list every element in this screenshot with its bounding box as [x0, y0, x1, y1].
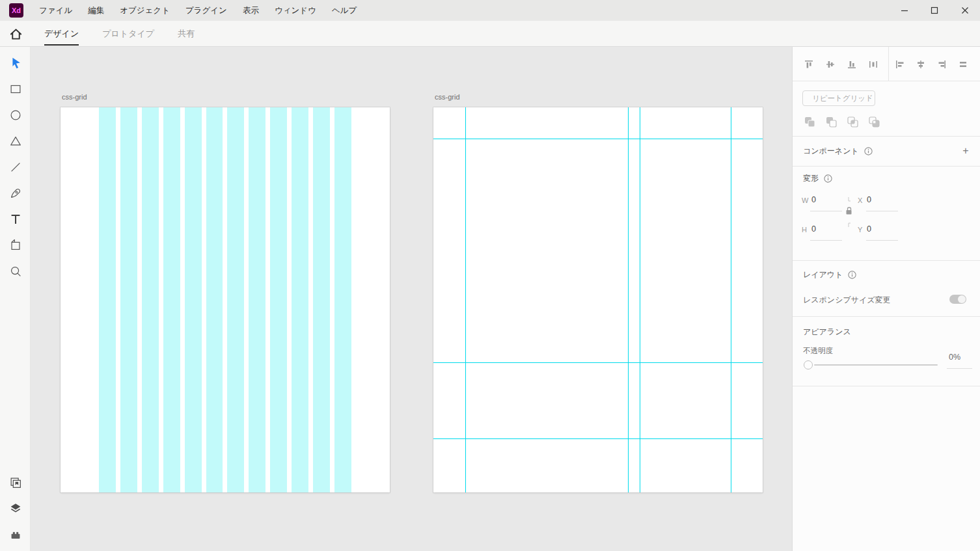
repeat-grid-button[interactable]: リピートグリッド [802, 90, 875, 106]
home-button[interactable] [8, 26, 24, 42]
horizontal-guide-line [433, 139, 763, 139]
x-field-underline [866, 211, 898, 211]
align-right-button[interactable] [934, 57, 949, 72]
minimize-button[interactable] [890, 0, 919, 21]
close-button[interactable] [950, 0, 980, 21]
layers-panel-button[interactable] [8, 501, 23, 517]
y-field[interactable]: 0 [867, 224, 871, 234]
info-icon[interactable] [848, 271, 856, 279]
artboard-2[interactable] [433, 107, 763, 492]
align-left-button[interactable] [893, 57, 907, 72]
vertical-guide-line [640, 107, 640, 492]
maximize-button[interactable] [919, 0, 949, 21]
lock-aspect-button[interactable] [845, 197, 854, 227]
height-field[interactable]: 0 [811, 224, 816, 234]
opacity-slider-track[interactable] [814, 364, 938, 366]
ellipse-tool[interactable] [8, 107, 23, 123]
select-tool[interactable] [8, 55, 23, 71]
menu-edit[interactable]: 編集 [88, 5, 104, 16]
menu-object[interactable]: オブジェクト [120, 5, 170, 16]
triangle-icon [8, 134, 23, 148]
boolean-exclude-button[interactable] [867, 114, 881, 129]
zoom-tool[interactable] [8, 263, 23, 279]
home-icon [9, 27, 23, 41]
grid-column-guide [99, 107, 116, 492]
opacity-value-field[interactable]: 0% [949, 353, 960, 362]
repeat-grid-label: リピートグリッド [812, 94, 873, 103]
width-field[interactable]: 0 [811, 195, 816, 204]
intersect-shape-icon [847, 116, 859, 128]
grid-column-guide [227, 107, 244, 492]
artboard-1-label[interactable]: css-grid [62, 93, 87, 101]
plugins-panel-button[interactable] [8, 527, 23, 543]
distribute-horizontal-button[interactable] [866, 57, 880, 72]
distribute-vertical-button[interactable] [956, 57, 970, 72]
layout-section-header: レイアウト [803, 269, 856, 280]
distribute-horizontal-icon [868, 59, 878, 70]
menu-window[interactable]: ウィンドウ [275, 5, 316, 16]
grid-column-guide [249, 107, 265, 492]
responsive-resize-toggle[interactable] [949, 295, 966, 304]
vertical-guide-line [465, 107, 466, 492]
menu-file[interactable]: ファイル [39, 5, 72, 16]
grid-column-guide [142, 107, 159, 492]
responsive-resize-label: レスポンシブサイズ変更 [803, 295, 891, 306]
inspector-panel: リピートグリッド コンポーネント [792, 47, 980, 551]
info-icon[interactable] [864, 147, 873, 155]
pen-tool[interactable] [8, 185, 23, 201]
info-icon[interactable] [824, 174, 832, 183]
grid-column-guide [120, 107, 137, 492]
transform-section-header: 変形 [803, 173, 832, 184]
align-middle-button[interactable] [823, 57, 837, 72]
y-field-underline [866, 240, 898, 241]
artboard-tool[interactable] [8, 237, 23, 253]
grid-column-guide [206, 107, 223, 492]
mode-tabs: デザイン プロトタイプ 共有 [44, 21, 195, 47]
app-toolbar: デザイン プロトタイプ 共有 50% [0, 21, 980, 47]
horizontal-guide-line [433, 438, 763, 439]
assets-panel-button[interactable] [8, 475, 23, 491]
line-tool[interactable] [8, 159, 23, 175]
text-tool[interactable] [8, 211, 23, 227]
rectangle-tool[interactable] [8, 81, 23, 97]
menu-plugins[interactable]: プラグイン [185, 5, 227, 16]
width-field-underline [810, 211, 842, 211]
toggle-knob [958, 295, 966, 303]
panel-divider [793, 81, 980, 81]
boolean-intersect-button[interactable] [845, 114, 860, 129]
tab-design[interactable]: デザイン [44, 21, 79, 47]
tab-prototype[interactable]: プロトタイプ [102, 21, 154, 47]
boolean-subtract-button[interactable] [824, 114, 838, 129]
plugin-brick-icon [8, 528, 23, 542]
distribute-vertical-icon [958, 59, 968, 70]
minimize-icon [901, 7, 908, 14]
xd-logo: Xd [9, 3, 23, 18]
component-section-header: コンポーネント [803, 146, 873, 157]
align-center-icon [916, 59, 926, 70]
grid-column-guide [270, 107, 287, 492]
polygon-tool[interactable] [8, 133, 23, 149]
add-component-button[interactable]: + [959, 144, 972, 157]
x-label: X [858, 196, 862, 204]
panel-divider [793, 316, 980, 317]
artboard-1[interactable] [61, 107, 390, 492]
align-bottom-button[interactable] [845, 57, 859, 72]
menu-help[interactable]: ヘルプ [332, 5, 357, 16]
assets-icon [8, 476, 23, 490]
horizontal-guide-line [433, 362, 763, 363]
menu-view[interactable]: 表示 [243, 5, 259, 16]
rectangle-icon [8, 82, 23, 96]
canvas[interactable]: css-grid css-grid [31, 47, 792, 551]
tab-share[interactable]: 共有 [178, 21, 195, 47]
vertical-guide-line [628, 107, 629, 492]
ellipse-icon [8, 108, 23, 122]
opacity-slider-knob[interactable] [804, 360, 813, 370]
width-label: W [802, 196, 808, 204]
artboard-2-label[interactable]: css-grid [435, 93, 460, 101]
align-center-button[interactable] [914, 57, 928, 72]
subtract-shape-icon [825, 116, 837, 128]
boolean-add-button[interactable] [802, 114, 817, 129]
maximize-icon [931, 7, 938, 14]
x-field[interactable]: 0 [867, 195, 871, 204]
align-top-button[interactable] [802, 57, 816, 72]
